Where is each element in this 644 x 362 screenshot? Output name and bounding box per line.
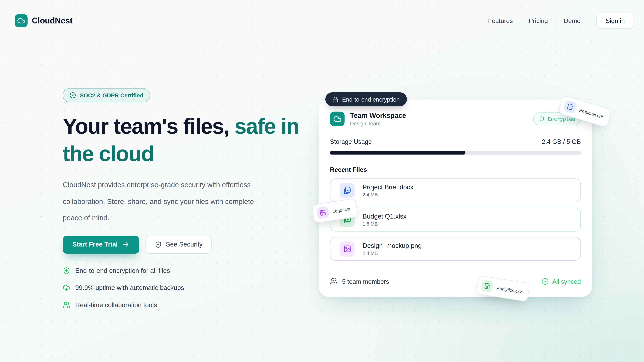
team-members-label: 5 team members [342, 278, 389, 285]
floating-file-name: Analytics.csv [496, 285, 522, 294]
nav-link-pricing[interactable]: Pricing [528, 17, 548, 24]
file-icon [563, 100, 577, 114]
storage-section: Storage Usage 2.4 GB / 5 GB [330, 138, 581, 155]
headline-teal-1: safe in [234, 114, 299, 138]
arrow-right-icon [122, 241, 130, 248]
document-icon [340, 183, 355, 198]
feature-label: Real-time collaboration tools [75, 301, 157, 309]
encryption-pill-label: End-to-end encryption [342, 96, 400, 103]
file-size: 2.4 MB [362, 192, 414, 197]
page-title: Your team's files, safe inthe cloud [63, 112, 322, 168]
storage-progress-bar [330, 151, 581, 155]
nav-link-demo[interactable]: Demo [564, 17, 580, 24]
brand-name: CloudNest [32, 16, 72, 25]
shield-check-icon [154, 241, 162, 248]
storage-progress-fill [330, 151, 466, 155]
certification-badge: SOC2 & GDPR Certified [63, 88, 150, 102]
hero-description: CloudNest provides enterprise-grade secu… [63, 177, 258, 226]
storage-label: Storage Usage [330, 138, 372, 145]
feature-item-uptime: 99.9% uptime with automatic backups [63, 284, 322, 292]
check-circle-icon [541, 278, 548, 285]
team-members: 5 team members [330, 278, 389, 285]
workspace-cloud-icon [330, 112, 344, 126]
sync-status: All synced [541, 278, 581, 285]
nav-link-features[interactable]: Features [488, 17, 513, 24]
see-security-label: See Security [166, 241, 202, 248]
workspace-title: Team Workspace [350, 112, 406, 119]
cta-row: Start Free Trial See Security [63, 236, 322, 253]
file-name: Design_mockup.png [362, 242, 422, 250]
file-search-icon [481, 280, 494, 293]
start-free-trial-button[interactable]: Start Free Trial [63, 236, 139, 253]
brand-logo[interactable]: CloudNest [14, 14, 72, 27]
hero-section: SOC2 & GDPR Certified Your team's files,… [63, 88, 322, 318]
feature-item-encryption: End-to-end encryption for all files [63, 267, 322, 274]
start-free-trial-label: Start Free Trial [72, 241, 118, 248]
sync-status-label: All synced [552, 278, 581, 285]
users-icon [330, 278, 338, 285]
header: CloudNest Features Pricing Demo Sign in [0, 0, 644, 41]
cloud-upload-icon [63, 284, 70, 292]
file-name: Budget Q1.xlsx [362, 213, 406, 220]
shield-plus-icon [63, 267, 70, 274]
sign-in-button[interactable]: Sign in [596, 12, 634, 29]
see-security-button[interactable]: See Security [146, 236, 212, 253]
storage-value: 2.4 GB / 5 GB [542, 138, 581, 145]
floating-file-name: Proposal.pdf [579, 107, 604, 119]
badge-check-icon [70, 92, 76, 99]
file-size: 2.4 MB [362, 251, 422, 256]
feature-label: 99.9% uptime with automatic backups [75, 284, 184, 292]
floating-file-name: Logo.svg [332, 206, 350, 214]
cloudnest-cloud-icon [14, 14, 28, 27]
file-row-design-mockup[interactable]: Design_mockup.png 2.4 MB [330, 237, 581, 261]
image-icon [316, 206, 329, 219]
image-icon [340, 241, 355, 256]
feature-item-collaboration: Real-time collaboration tools [63, 301, 322, 309]
workspace-card: End-to-end encryption Team Workspace Des… [319, 99, 592, 297]
main-nav: Features Pricing Demo Sign in [488, 12, 634, 29]
encryption-pill: End-to-end encryption [325, 92, 407, 106]
headline-teal-2: the cloud [63, 142, 154, 166]
file-row-project-brief[interactable]: Project Brief.docx 2.4 MB [330, 178, 581, 202]
file-size: 1.8 MB [362, 222, 406, 227]
page: CloudNest Features Pricing Demo Sign in … [0, 0, 644, 362]
workspace-footer: 5 team members All synced [330, 270, 581, 285]
recent-files-heading: Recent Files [330, 166, 581, 173]
certification-badge-label: SOC2 & GDPR Certified [80, 92, 143, 98]
file-row-budget[interactable]: Budget Q1.xlsx 1.8 MB [330, 208, 581, 231]
workspace-header: Team Workspace Design Team Encrypted [330, 112, 581, 127]
users-icon [63, 301, 70, 309]
feature-list: End-to-end encryption for all files 99.9… [63, 267, 322, 309]
lock-icon [332, 96, 338, 102]
shield-icon [539, 116, 544, 121]
file-name: Project Brief.docx [362, 184, 414, 191]
headline-dark: Your team's files, [63, 114, 229, 138]
feature-label: End-to-end encryption for all files [75, 267, 170, 274]
workspace-subtitle: Design Team [350, 121, 406, 127]
